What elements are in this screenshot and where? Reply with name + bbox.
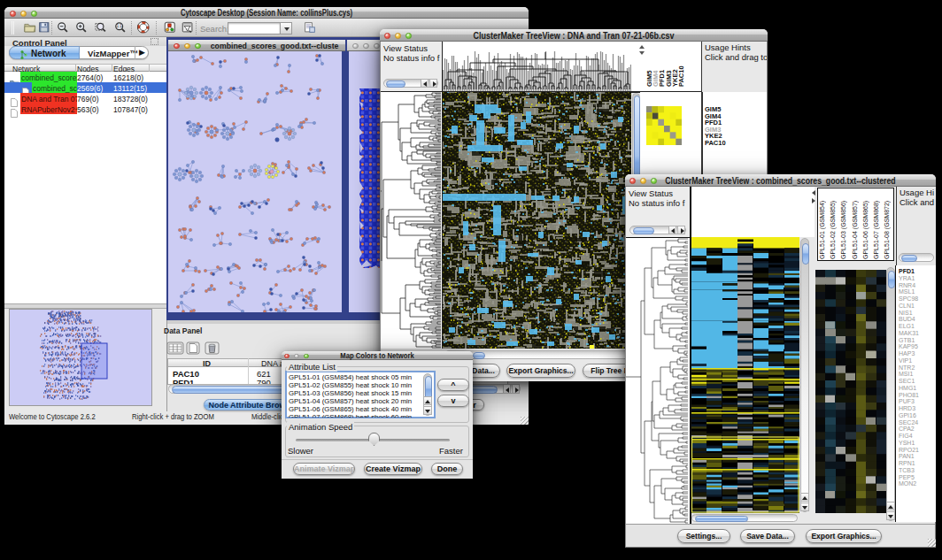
svg-text:1:1: 1:1 [116,24,122,28]
